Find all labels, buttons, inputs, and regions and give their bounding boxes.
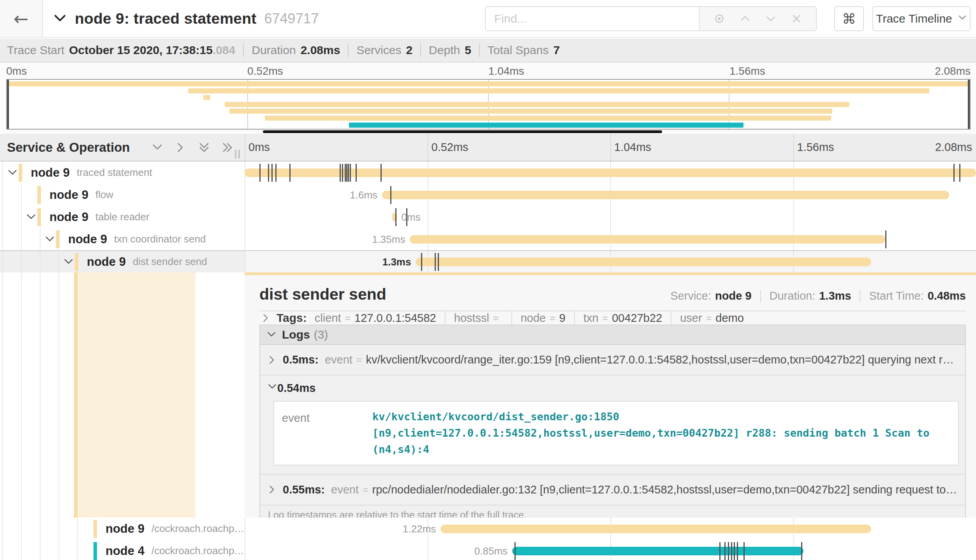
span-log-tick[interactable] bbox=[953, 164, 955, 182]
span-operation-name: txn coordinator send bbox=[114, 233, 206, 245]
span-log-tick[interactable] bbox=[435, 253, 436, 271]
span-log-tick[interactable] bbox=[731, 542, 732, 560]
span-duration-bar[interactable] bbox=[382, 191, 949, 199]
span-duration-bar[interactable] bbox=[245, 169, 976, 177]
indent-guide bbox=[21, 228, 22, 250]
log-expand-chevron-icon[interactable] bbox=[267, 355, 277, 365]
span-log-tick[interactable] bbox=[737, 542, 738, 560]
span-log-tick[interactable] bbox=[728, 542, 729, 560]
span-track[interactable] bbox=[245, 162, 976, 184]
span-log-tick[interactable] bbox=[719, 542, 721, 560]
span-log-tick[interactable] bbox=[356, 164, 357, 182]
span-log-tick[interactable] bbox=[350, 164, 351, 182]
span-operation-name: traced statement bbox=[77, 167, 152, 179]
span-log-tick[interactable] bbox=[390, 186, 391, 204]
span-log-tick[interactable] bbox=[271, 164, 273, 182]
log-entry-header[interactable]: 0.54ms bbox=[260, 376, 965, 398]
tags-expand-chevron-icon[interactable] bbox=[261, 313, 271, 323]
span-log-tick[interactable] bbox=[438, 253, 439, 271]
trace-title-group: node 9: traced statement 6749717 bbox=[53, 0, 319, 37]
summary-label: Depth bbox=[429, 44, 460, 57]
row-chevron-down-icon[interactable] bbox=[26, 212, 37, 223]
span-tree-item[interactable]: node 9traced statement bbox=[0, 162, 245, 184]
field-value: 0.48ms bbox=[928, 290, 966, 302]
log-collapse-chevron-icon[interactable] bbox=[267, 382, 277, 395]
span-log-tick[interactable] bbox=[340, 164, 341, 182]
timeline-tick-label: 0ms bbox=[248, 141, 270, 154]
find-input[interactable] bbox=[486, 7, 699, 30]
service-operation-header: Service & Operation bbox=[7, 140, 130, 155]
span-log-tick[interactable] bbox=[514, 542, 516, 560]
span-tree-item[interactable]: node 9table reader bbox=[0, 206, 245, 228]
span-track[interactable]: 1.35ms bbox=[245, 228, 976, 250]
minimap-canvas[interactable] bbox=[6, 79, 971, 130]
span-log-tick[interactable] bbox=[268, 164, 269, 182]
close-icon[interactable] bbox=[790, 12, 803, 25]
span-tree-item[interactable]: node 4/cockroach.roachpb.l… bbox=[0, 540, 245, 560]
minimap-left-scrubber[interactable] bbox=[7, 80, 9, 129]
tag-equals: = bbox=[603, 312, 608, 324]
span-log-tick[interactable] bbox=[395, 208, 396, 226]
logs-footer-note: Log timestamps are relative to the start… bbox=[260, 506, 965, 518]
span-track[interactable]: 1.6ms bbox=[245, 184, 976, 206]
span-duration-bar[interactable] bbox=[440, 525, 871, 533]
span-tree-item[interactable]: node 9dist sender send bbox=[0, 251, 245, 272]
minimap-tick-label: 2.08ms bbox=[935, 65, 971, 77]
chevron-down-icon[interactable] bbox=[765, 12, 777, 25]
row-chevron-down-icon[interactable] bbox=[7, 167, 19, 178]
trace-summary-bar: Trace StartOctober 15 2020, 17:38:15.084… bbox=[0, 39, 976, 63]
span-service-name: node 9 bbox=[31, 166, 70, 180]
minimap-right-scrubber[interactable] bbox=[968, 80, 970, 129]
column-resizer-grip[interactable] bbox=[235, 150, 240, 158]
span-duration-bar[interactable] bbox=[416, 258, 871, 266]
span-log-tick[interactable] bbox=[743, 542, 745, 560]
keyboard-shortcuts-button[interactable]: ⌘ bbox=[834, 6, 864, 31]
trace-view-select[interactable]: Trace Timeline bbox=[872, 6, 971, 31]
span-log-tick[interactable] bbox=[342, 164, 343, 182]
tag-item: client=127.0.0.1:54582 bbox=[315, 312, 436, 325]
span-duration-bar[interactable] bbox=[512, 547, 803, 555]
span-log-tick[interactable] bbox=[885, 230, 886, 248]
span-log-tick[interactable] bbox=[801, 542, 802, 560]
log-entry[interactable]: 0.5ms:event=kv/kvclient/kvcoord/range_it… bbox=[260, 345, 965, 376]
span-log-tick[interactable] bbox=[289, 164, 291, 182]
expand-all-icon[interactable] bbox=[222, 142, 233, 153]
span-track[interactable]: 1.3ms bbox=[245, 251, 976, 272]
collapse-trace-chevron-icon[interactable] bbox=[53, 12, 67, 26]
span-log-tick[interactable] bbox=[275, 164, 277, 182]
row-chevron-down-icon[interactable] bbox=[44, 234, 56, 245]
logs-header[interactable]: Logs(3) bbox=[260, 325, 965, 345]
span-track[interactable]: 0ms bbox=[245, 206, 976, 228]
span-track[interactable]: 1.22ms bbox=[245, 518, 976, 540]
span-tree-item[interactable]: node 9flow bbox=[0, 184, 245, 206]
span-log-tick[interactable] bbox=[348, 164, 349, 182]
row-chevron-down-icon[interactable] bbox=[63, 256, 75, 267]
log-entry[interactable]: 0.55ms:event=rpc/nodedialer/nodedialer.g… bbox=[260, 475, 965, 506]
locate-icon[interactable] bbox=[713, 12, 726, 25]
logs-collapse-chevron-icon[interactable] bbox=[266, 330, 277, 340]
span-log-tick[interactable] bbox=[259, 164, 261, 182]
span-row: node 9txn coordinator send1.35ms bbox=[0, 228, 976, 250]
tags-row[interactable]: Tags:client=127.0.0.1:54582hostssl=node=… bbox=[259, 311, 966, 325]
chevron-up-icon[interactable] bbox=[739, 12, 751, 25]
span-tree-item[interactable]: node 9txn coordinator send bbox=[0, 228, 245, 250]
expand-one-icon[interactable] bbox=[175, 142, 187, 153]
collapse-one-icon[interactable] bbox=[152, 142, 163, 153]
span-tree-item[interactable]: node 9/cockroach.roachpb.l… bbox=[0, 518, 245, 540]
back-button[interactable]: ← bbox=[0, 0, 43, 37]
span-log-tick[interactable] bbox=[959, 164, 960, 182]
span-log-tick[interactable] bbox=[346, 164, 347, 182]
span-track[interactable]: 0.85ms bbox=[245, 540, 976, 560]
span-log-tick[interactable] bbox=[724, 542, 726, 560]
span-log-tick[interactable] bbox=[345, 164, 346, 182]
span-log-tick[interactable] bbox=[381, 164, 382, 182]
log-expand-chevron-icon[interactable] bbox=[267, 485, 277, 495]
span-log-tick[interactable] bbox=[421, 253, 422, 271]
log-timestamp: 0.54ms bbox=[277, 382, 315, 395]
minimap-tick-label: 0.52ms bbox=[247, 65, 283, 77]
span-duration-bar[interactable] bbox=[410, 235, 885, 244]
span-log-tick[interactable] bbox=[734, 542, 735, 560]
collapse-all-icon[interactable] bbox=[198, 142, 210, 153]
minimap-scrollbar[interactable] bbox=[263, 130, 662, 133]
indent-guide bbox=[2, 518, 3, 540]
